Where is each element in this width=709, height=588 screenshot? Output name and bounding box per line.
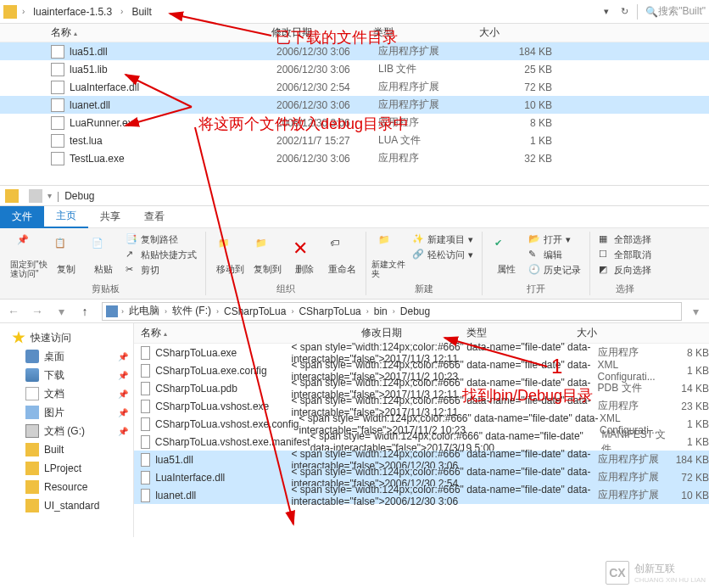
copy-button[interactable]: 📋 复制	[47, 232, 85, 281]
sidebar-item[interactable]: Resource	[0, 478, 133, 496]
invert-button[interactable]: ◩反向选择	[595, 262, 655, 277]
new-folder-button[interactable]: 📁新建文件夹	[371, 232, 409, 281]
new-item-button[interactable]: ✨新建项目 ▾	[409, 232, 477, 247]
file-name: lua51.lib	[70, 64, 276, 76]
sidebar-item[interactable]: Built	[0, 440, 133, 459]
sidebar-item[interactable]: 桌面 📌	[0, 347, 133, 366]
pin-button[interactable]: 📌 固定到"快速访问"	[10, 232, 47, 281]
open-icon: 📂	[528, 233, 540, 245]
paste-button[interactable]: 📄 粘贴	[85, 232, 122, 281]
file-icon	[51, 98, 64, 112]
access-icon: 🔗	[412, 249, 424, 260]
file-date: 2006/12/30 2:54	[276, 81, 378, 93]
move-to-button[interactable]: 📁移动到	[211, 232, 248, 281]
recent-button[interactable]: ▾	[51, 301, 71, 322]
file-size: 10 KB	[484, 99, 552, 111]
file-icon	[141, 364, 150, 378]
search-placeholder: 搜索"Built"	[658, 4, 706, 19]
dropdown-button[interactable]: ▾	[685, 301, 706, 322]
folder-icon	[3, 5, 17, 19]
select-all-button[interactable]: ▦全部选择	[595, 232, 655, 247]
up-button[interactable]: ↑	[75, 301, 95, 322]
col-name[interactable]: 名称 ▴	[141, 326, 361, 340]
doc-icon	[25, 387, 39, 400]
file-row[interactable]: luanet.dll 2006/12/30 3:06 应用程序扩展 10 KB	[0, 96, 709, 114]
ribbon-group-select: ▦全部选择 ☐全部取消 ◩反向选择 选择	[590, 232, 660, 295]
dropdown-icon[interactable]: ▾	[47, 191, 52, 200]
file-row[interactable]: test.lua 2002/11/7 15:27 LUA 文件 1 KB	[0, 132, 709, 149]
sidebar-item[interactable]: 快速访问	[0, 328, 133, 347]
sidebar-item[interactable]: 图片 📌	[0, 403, 133, 422]
file-row[interactable]: TestLua.exe 2006/12/30 3:06 应用程序 32 KB	[0, 149, 709, 167]
properties-button[interactable]: ✔属性	[488, 232, 525, 281]
watermark-sub: CHUANG XIN HU LIAN	[634, 576, 706, 584]
file-row[interactable]: LuaRunner.exe 2006/12/30 3:06 应用程序 8 KB	[0, 114, 709, 132]
col-type[interactable]: 类型	[373, 25, 479, 40]
col-date[interactable]: 修改日期	[361, 326, 466, 340]
col-name[interactable]: 名称 ▴	[51, 25, 271, 40]
copy-path-button[interactable]: 📑复制路径	[122, 232, 200, 247]
rename-button[interactable]: 🏷重命名	[323, 232, 360, 281]
sidebar-item[interactable]: 文档 📌	[0, 384, 133, 403]
menu-view[interactable]: 查看	[132, 206, 176, 227]
menu-share[interactable]: 共享	[88, 206, 132, 227]
file-row[interactable]: luanet.dll < span style="width:124px;col…	[134, 486, 709, 504]
col-type[interactable]: 类型	[466, 326, 577, 340]
sort-asc-icon: ▴	[74, 30, 77, 37]
nav-seg[interactable]: CSharpToLua	[222, 305, 288, 317]
select-none-button[interactable]: ☐全部取消	[595, 247, 655, 262]
history-button[interactable]: 🕘历史记录	[525, 262, 584, 277]
delete-button[interactable]: ✕删除	[286, 232, 323, 281]
search-box[interactable]: 🔍 搜索"Built"	[642, 4, 706, 19]
new-folder-icon: 📁	[378, 234, 402, 258]
sidebar-item[interactable]: UI_standard	[0, 496, 133, 515]
pin-icon: 📌	[118, 389, 128, 399]
breadcrumb-seg[interactable]: Built	[128, 4, 154, 20]
menu-file[interactable]: 文件	[0, 206, 44, 228]
address-bar[interactable]: › 此电脑 › 软件 (F:) › CSharpToLua › CSharpTo…	[102, 302, 682, 321]
dropdown-button[interactable]: ▾	[598, 3, 615, 20]
watermark-brand: 创新互联	[634, 562, 706, 576]
col-date[interactable]: 修改日期	[271, 25, 373, 40]
menu-home[interactable]: 主页	[44, 205, 88, 228]
nav-seg[interactable]: 此电脑	[127, 304, 161, 318]
nav-seg[interactable]: CSharpToLua	[297, 305, 362, 317]
refresh-button[interactable]: ↻	[616, 3, 633, 20]
edit-button[interactable]: ✎编辑	[525, 247, 584, 262]
easy-access-button[interactable]: 🔗轻松访问 ▾	[409, 247, 477, 262]
nav-seg[interactable]: Debug	[399, 305, 432, 317]
chevron-icon: ›	[120, 307, 126, 316]
file-name: test.lua	[70, 135, 276, 147]
pin-icon: 📌	[118, 408, 128, 417]
sidebar-item[interactable]: 文档 (G:) 📌	[0, 422, 133, 440]
cut-button[interactable]: ✂剪切	[122, 262, 200, 277]
back-button[interactable]: ←	[3, 301, 24, 322]
file-type: 应用程序	[378, 151, 484, 165]
content-area: 快速访问 桌面 📌 下载 📌 文档 📌 图片 📌 文档 (G:) 📌 Built…	[0, 323, 709, 537]
file-icon	[51, 134, 64, 148]
sidebar-label: 文档 (G:)	[44, 424, 85, 439]
file-row[interactable]: lua51.dll 2006/12/30 3:06 应用程序扩展 184 KB	[0, 42, 709, 60]
col-size[interactable]: 大小	[479, 25, 564, 40]
pc-icon	[106, 305, 118, 317]
watermark: CX 创新互联 CHUANG XIN HU LIAN	[606, 561, 706, 585]
rename-icon: 🏷	[330, 238, 354, 261]
copy-to-button[interactable]: 📁复制到	[248, 232, 286, 281]
sidebar: 快速访问 桌面 📌 下载 📌 文档 📌 图片 📌 文档 (G:) 📌 Built…	[0, 323, 134, 537]
delete-icon: ✕	[293, 238, 316, 261]
col-size[interactable]: 大小	[577, 326, 653, 340]
sidebar-item[interactable]: LProject	[0, 459, 133, 478]
file-row[interactable]: lua51.lib 2006/12/30 3:06 LIB 文件 25 KB	[0, 60, 709, 78]
group-label: 组织	[211, 283, 360, 295]
file-row[interactable]: LuaInterface.dll 2006/12/30 2:54 应用程序扩展 …	[0, 78, 709, 96]
breadcrumb-seg[interactable]: luainterface-1.5.3	[30, 4, 115, 20]
nav-seg[interactable]: 软件 (F:)	[170, 304, 213, 318]
sidebar-item[interactable]: 下载 📌	[0, 366, 133, 384]
paste-shortcut-button[interactable]: ↗粘贴快捷方式	[122, 247, 200, 262]
invert-icon: ◩	[599, 264, 611, 276]
open-button[interactable]: 📂打开 ▾	[525, 232, 584, 247]
nav-seg[interactable]: bin	[372, 305, 389, 317]
file-name: CSharpToLua.vshost.exe.manifest	[155, 436, 310, 448]
address-buttons: ▾ ↻ 🔍 搜索"Built"	[598, 3, 706, 20]
forward-button[interactable]: →	[27, 301, 47, 322]
